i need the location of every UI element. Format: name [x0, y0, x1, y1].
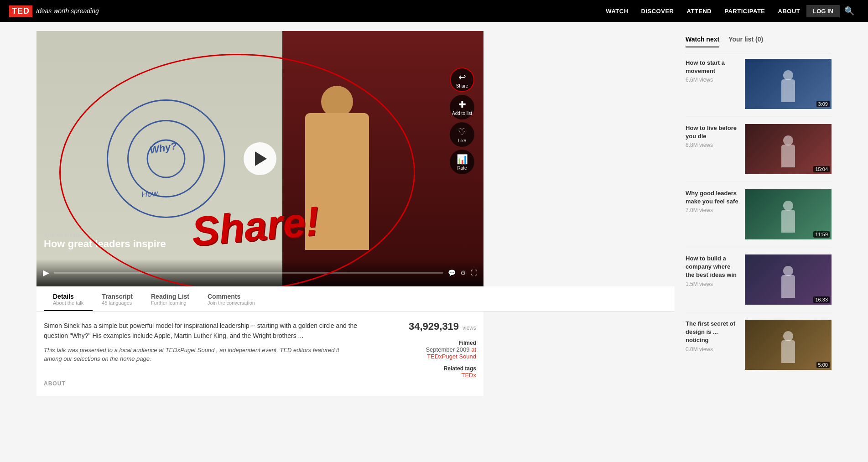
ted-logo[interactable]: TED [9, 5, 32, 17]
filmed-label: Filmed [403, 340, 476, 346]
main-content: Why? How SIMON SINEK [36, 31, 675, 396]
tab-details[interactable]: Details About the talk [44, 286, 93, 311]
sidebar-video-views-5: 0.0M views [686, 346, 740, 353]
speaker-label: SIMON SINEK How great leaders inspire [44, 233, 166, 250]
thumb-person-3 [781, 201, 795, 233]
sidebar: Watch next Your list (0) How to start a … [686, 31, 832, 396]
video-background: Why? How SIMON SINEK [36, 31, 483, 286]
chart-icon: 📊 [457, 154, 468, 165]
view-label: views [463, 325, 476, 331]
like-button[interactable]: ♡ Like [450, 122, 474, 147]
sidebar-divider-3 [686, 247, 832, 247]
thumb-person-5 [781, 331, 795, 363]
thumb-duration-4: 16:33 [813, 296, 830, 303]
sidebar-video-info-5: The first secret of design is ... notici… [686, 320, 740, 370]
play-icon [255, 151, 267, 166]
sidebar-thumb-4: 16:33 [745, 254, 832, 305]
tag-tedx: TEDx [403, 372, 476, 379]
add-label: Add to list [452, 111, 472, 116]
thumb-person-4 [781, 266, 795, 298]
stats-grid: Filmed September 2009 at TEDxPuget Sound… [403, 340, 476, 379]
rate-label: Rate [457, 166, 467, 171]
sidebar-video-info-1: How to start a movement 6.6M views [686, 59, 740, 109]
settings-icon[interactable]: ⚙ [460, 269, 466, 276]
tag-link[interactable]: TEDx [462, 372, 477, 379]
sidebar-video-title-1: How to start a movement [686, 59, 740, 75]
tab-transcript-sub: 45 languages [102, 300, 133, 306]
thumb-duration-5: 5:00 [816, 362, 830, 368]
sidebar-divider-4 [686, 312, 832, 312]
talk-description: Simon Sinek has a simple but powerful mo… [44, 321, 381, 341]
sidebar-divider-1 [686, 116, 832, 117]
tab-reading-list[interactable]: Reading List Further learning [142, 286, 198, 311]
fullscreen-icon[interactable]: ⛶ [471, 269, 477, 276]
login-button[interactable]: LOG IN [806, 5, 840, 17]
tab-transcript[interactable]: Transcript 45 languages [93, 286, 142, 311]
sidebar-video-title-3: Why good leaders make you feel safe [686, 189, 740, 206]
tabs-row: Details About the talk Transcript 45 lan… [36, 286, 675, 311]
list-item[interactable]: How to start a movement 6.6M views 3:09 [686, 59, 832, 109]
page-wrapper: Why? How SIMON SINEK [0, 22, 868, 405]
tags-label: Related tags [403, 365, 476, 372]
tab-details-sub: About the talk [53, 300, 83, 306]
whiteboard-how: How [141, 189, 158, 200]
list-item[interactable]: The first secret of design is ... notici… [686, 320, 832, 370]
video-container[interactable]: Why? How SIMON SINEK [36, 31, 483, 286]
nav-participate[interactable]: PARTICIPATE [718, 8, 771, 15]
tab-reading-label: Reading List [151, 293, 189, 300]
sidebar-thumb-5: 5:00 [745, 320, 832, 370]
sidebar-thumb-1: 3:09 [745, 59, 832, 109]
tab-comments[interactable]: Comments Join the conversation [198, 286, 264, 311]
tab-comments-sub: Join the conversation [208, 300, 255, 306]
sidebar-video-info-2: How to live before you die 8.8M views [686, 124, 740, 174]
progress-bar[interactable] [54, 272, 443, 274]
sidebar-video-views-1: 6.6M views [686, 77, 740, 83]
subtitles-icon[interactable]: 💬 [448, 269, 456, 276]
thumb-person-1 [781, 70, 795, 102]
list-item[interactable]: How to build a company where the best id… [686, 254, 832, 305]
nav-links: WATCH DISCOVER ATTEND PARTICIPATE ABOUT … [599, 5, 859, 17]
share-icon: ↩ [458, 72, 466, 83]
tab-reading-sub: Further learning [151, 300, 189, 306]
sidebar-video-title-2: How to live before you die [686, 124, 740, 140]
sidebar-video-title-5: The first secret of design is ... notici… [686, 320, 740, 345]
video-side-actions: ↩ Share ✚ Add to list ♡ Like 📊 Rate [450, 67, 474, 174]
tab-comments-label: Comments [208, 293, 255, 300]
sidebar-tab-your-list[interactable]: Your list (0) [728, 36, 763, 47]
video-controls: ▶ 💬 ⚙ ⛶ [36, 259, 483, 286]
heart-icon: ♡ [458, 126, 466, 137]
nav-watch[interactable]: WATCH [599, 8, 634, 15]
thumb-person-2 [781, 135, 795, 167]
nav-attend[interactable]: ATTEND [680, 8, 718, 15]
thumb-duration-2: 15:04 [813, 166, 830, 172]
rate-button[interactable]: 📊 Rate [450, 150, 474, 174]
nav-discover[interactable]: DISCOVER [635, 8, 681, 15]
tab-transcript-label: Transcript [102, 293, 133, 300]
navigation: TED Ideas worth spreading WATCH DISCOVER… [0, 0, 868, 22]
sidebar-tab-watch-next[interactable]: Watch next [686, 36, 719, 47]
add-to-list-button[interactable]: ✚ Add to list [450, 95, 474, 119]
share-label: Share [456, 83, 468, 88]
ctrl-play-button[interactable]: ▶ [43, 268, 49, 278]
talk-title: How great leaders inspire [44, 238, 166, 250]
add-icon: ✚ [458, 99, 466, 110]
view-count: 34,929,319 [409, 321, 459, 332]
sidebar-divider-2 [686, 182, 832, 182]
filmed-value: September 2009 at TEDxPuget Sound [403, 346, 476, 360]
talk-note: This talk was presented to a local audie… [44, 346, 345, 363]
tagline: Ideas worth spreading [36, 7, 99, 15]
sidebar-video-views-2: 8.8M views [686, 142, 740, 148]
tab-content-details: Simon Sinek has a simple but powerful mo… [36, 311, 483, 396]
logo-area: TED Ideas worth spreading [9, 5, 99, 17]
list-item[interactable]: How to live before you die 8.8M views 15… [686, 124, 832, 174]
play-button[interactable] [244, 142, 276, 175]
thumb-duration-1: 3:09 [816, 101, 830, 107]
list-item[interactable]: Why good leaders make you feel safe 7.0M… [686, 189, 832, 239]
share-button[interactable]: ↩ Share [450, 67, 474, 92]
thumb-duration-3: 11:59 [813, 231, 830, 238]
search-icon[interactable]: 🔍 [840, 6, 859, 16]
tab-details-label: Details [53, 293, 83, 300]
nav-about[interactable]: ABOUT [772, 8, 807, 15]
about-heading: ABOUT [44, 380, 394, 387]
sidebar-thumb-2: 15:04 [745, 124, 832, 174]
